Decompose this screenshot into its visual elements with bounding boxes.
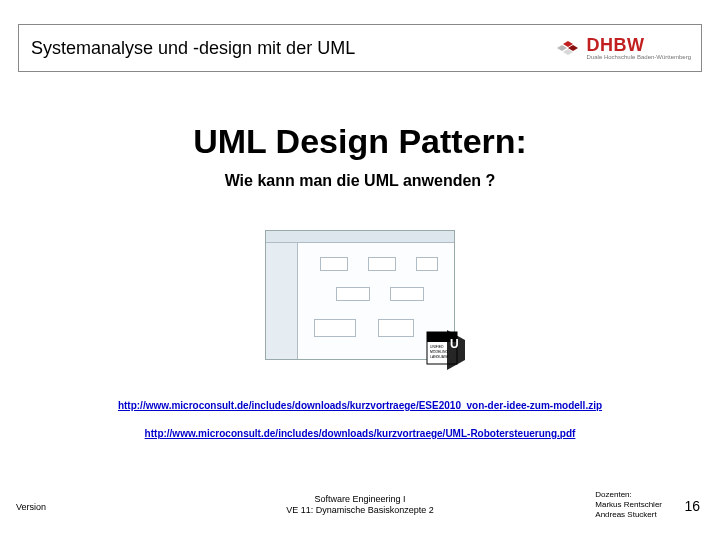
header-bar: Systemanalyse und -design mit der UML DH…	[18, 24, 702, 72]
lecturer-2: Andreas Stuckert	[595, 510, 662, 520]
lecturer-1: Markus Rentschler	[595, 500, 662, 510]
logo-main-text: DHBW	[587, 36, 691, 54]
main-title: UML Design Pattern:	[0, 122, 720, 161]
footer-lecturers: Dozenten: Markus Rentschler Andreas Stuc…	[595, 490, 662, 520]
uml-logo-icon: UNIFIED MODELING LANGUAGE U	[425, 326, 469, 370]
dhbw-logo-icon	[553, 34, 581, 62]
dhbw-logo: DHBW Duale Hochschule Baden-Württemberg	[553, 34, 691, 62]
download-link-2[interactable]: http://www.microconsult.de/includes/down…	[0, 428, 720, 439]
download-link-1[interactable]: http://www.microconsult.de/includes/down…	[0, 400, 720, 411]
slide-number: 16	[684, 498, 700, 514]
svg-text:UNIFIED: UNIFIED	[430, 345, 444, 349]
logo-text-block: DHBW Duale Hochschule Baden-Württemberg	[587, 36, 691, 60]
svg-text:U: U	[450, 337, 459, 351]
center-illustration: UNIFIED MODELING LANGUAGE U	[265, 230, 455, 360]
logo-subtitle: Duale Hochschule Baden-Württemberg	[587, 54, 691, 60]
header-title: Systemanalyse und -design mit der UML	[31, 38, 355, 59]
svg-text:MODELING: MODELING	[430, 350, 448, 354]
subtitle: Wie kann man die UML anwenden ?	[0, 172, 720, 190]
svg-text:LANGUAGE: LANGUAGE	[430, 355, 450, 359]
lecturers-heading: Dozenten:	[595, 490, 662, 500]
